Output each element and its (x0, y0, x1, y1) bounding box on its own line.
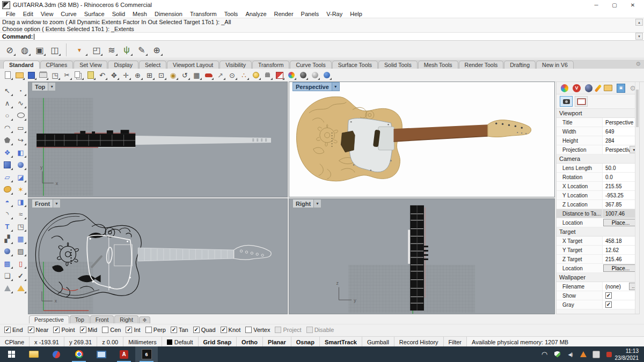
viewport-tab-right[interactable]: Right (114, 315, 138, 323)
viewport-tab-top[interactable]: Top (70, 315, 90, 323)
extrude-icon[interactable] (2, 196, 13, 208)
tab-transform[interactable]: Transform (252, 61, 289, 69)
osnap-end[interactable]: ✓End (4, 327, 23, 333)
status-y-269-31[interactable]: y 269.31 (64, 337, 97, 347)
command-history[interactable]: Drag a window to zoom ( All Dynamic Exte… (0, 18, 644, 41)
checkbox[interactable]: ✓ (171, 327, 177, 333)
circle-slash-icon[interactable] (3, 43, 16, 56)
minimize-button[interactable]: ─ (587, 1, 605, 10)
menu-help[interactable]: Help (346, 11, 366, 17)
prop-value[interactable]: 458.18 (602, 237, 639, 245)
target-place-button[interactable]: Place... (603, 264, 638, 272)
viewport-tab-front[interactable]: Front (90, 315, 114, 323)
rectangle-icon[interactable] (15, 122, 27, 134)
surface-points-icon[interactable] (2, 146, 13, 158)
polyline-icon[interactable] (2, 97, 13, 109)
cone-icon[interactable] (2, 282, 13, 294)
panel-tab-properties-icon[interactable] (561, 84, 568, 92)
status-gumball[interactable]: Gumball (362, 337, 394, 347)
sphere-gray-icon[interactable] (309, 70, 320, 80)
menu-edit[interactable]: Edit (19, 11, 37, 17)
viewport-perspective-label[interactable]: Perspective ▼ (292, 82, 340, 91)
panel-tab-notes-icon[interactable] (595, 84, 602, 92)
status-record-history[interactable]: Record History (394, 337, 444, 347)
checkbox[interactable] (102, 327, 108, 333)
command-input[interactable]: Command: (0, 32, 644, 40)
prop-value[interactable]: 50.0 (602, 164, 639, 172)
zoom-extents-icon[interactable] (132, 70, 143, 80)
pan-icon[interactable] (108, 70, 120, 80)
patch-icon[interactable] (15, 171, 27, 183)
status-x-193-91[interactable]: x -193.91 (30, 337, 64, 347)
osnap-point[interactable]: ✓Point (53, 327, 75, 333)
undo-icon[interactable] (97, 70, 108, 80)
osnap-tan[interactable]: ✓Tan (171, 327, 188, 333)
layers-icon[interactable] (2, 270, 13, 282)
menu-v-ray[interactable]: V-Ray (323, 11, 346, 17)
taskbar-rhino-icon[interactable]: 6 (135, 346, 158, 362)
osnap-mid[interactable]: ✓Mid (80, 327, 98, 333)
point-icon[interactable] (15, 85, 27, 97)
checkbox[interactable] (245, 327, 252, 333)
text-icon[interactable] (2, 220, 13, 232)
tab-select[interactable]: Select (139, 61, 166, 69)
viewport-right-label[interactable]: Right ▼ (292, 199, 321, 208)
print-icon[interactable] (38, 70, 49, 80)
prop-value[interactable]: 12.62 (602, 246, 639, 254)
status-smarttrack[interactable]: SmartTrack (320, 337, 362, 347)
prop-value[interactable]: 649 (602, 127, 639, 136)
taskbar-remote-icon[interactable] (90, 346, 113, 362)
menu-render[interactable]: Render (270, 11, 297, 17)
ellipse-icon[interactable] (15, 109, 27, 121)
osnap-near[interactable]: ✓Near (28, 327, 49, 333)
status-osnap[interactable]: Osnap (291, 337, 320, 347)
viewport-tab-perspective[interactable]: Perspective (29, 315, 69, 323)
surface-blend-icon[interactable] (15, 146, 27, 158)
circle-center-icon[interactable] (226, 70, 238, 80)
copy-icon[interactable] (73, 70, 84, 80)
display-mode-button[interactable] (575, 96, 588, 107)
menu-solid[interactable]: Solid (108, 11, 129, 17)
tab-surface-tools[interactable]: Surface Tools (332, 61, 378, 69)
polygon-icon[interactable] (2, 134, 13, 146)
tab-solid-tools[interactable]: Solid Tools (378, 61, 418, 69)
pyramid-icon[interactable] (15, 282, 27, 294)
camera-place-button[interactable]: Place... (603, 219, 638, 226)
sphere-dark-icon[interactable] (297, 70, 309, 80)
taskbar-media-icon[interactable] (45, 346, 68, 362)
status-millimeters[interactable]: Millimeters (123, 337, 162, 347)
menu-mesh[interactable]: Mesh (129, 11, 151, 17)
helix-icon[interactable] (15, 134, 27, 146)
workbench-icon[interactable] (105, 43, 118, 56)
viewport-properties-button[interactable] (560, 96, 573, 107)
chevron-down-icon[interactable]: ▼ (332, 83, 339, 91)
new-file-icon[interactable] (2, 70, 13, 80)
status-filter[interactable]: Filter (444, 337, 467, 347)
status-planar[interactable]: Planar (263, 337, 291, 347)
tab-visibility[interactable]: Visibility (219, 61, 252, 69)
selection-filter-icon[interactable] (66, 43, 88, 56)
pen-icon[interactable] (135, 43, 148, 56)
status-z-0-00[interactable]: z 0.00 (97, 337, 123, 347)
save-icon[interactable] (26, 70, 37, 80)
panel-tab-vray-icon[interactable]: V (573, 84, 580, 92)
distance-icon[interactable] (215, 70, 226, 80)
viewport-layout-icon[interactable] (191, 70, 202, 80)
named-view-icon[interactable] (203, 70, 214, 80)
taskbar-clock[interactable]: 11:13 23/8/2021 (613, 348, 644, 361)
blob-icon[interactable] (2, 183, 13, 195)
extrude-surface-icon[interactable] (15, 196, 27, 208)
box-edit-icon[interactable] (90, 43, 103, 56)
checkbox[interactable]: ✓ (53, 327, 60, 333)
viewport-tab-pan-icon[interactable]: ✥ (139, 316, 151, 323)
curve-icon[interactable] (15, 97, 27, 109)
panel-tab-rendering-icon[interactable]: ▣ (617, 84, 625, 93)
move-points-icon[interactable] (15, 220, 27, 232)
chevron-down-icon[interactable]: ▼ (48, 83, 55, 91)
checkbox[interactable]: ✓ (28, 327, 34, 333)
export-icon[interactable] (49, 70, 61, 80)
circle-icon[interactable] (2, 109, 13, 121)
tray-vlc-icon[interactable] (580, 351, 587, 358)
taskbar-chrome-icon[interactable] (68, 346, 90, 362)
viewport-display-icon[interactable] (48, 43, 61, 56)
